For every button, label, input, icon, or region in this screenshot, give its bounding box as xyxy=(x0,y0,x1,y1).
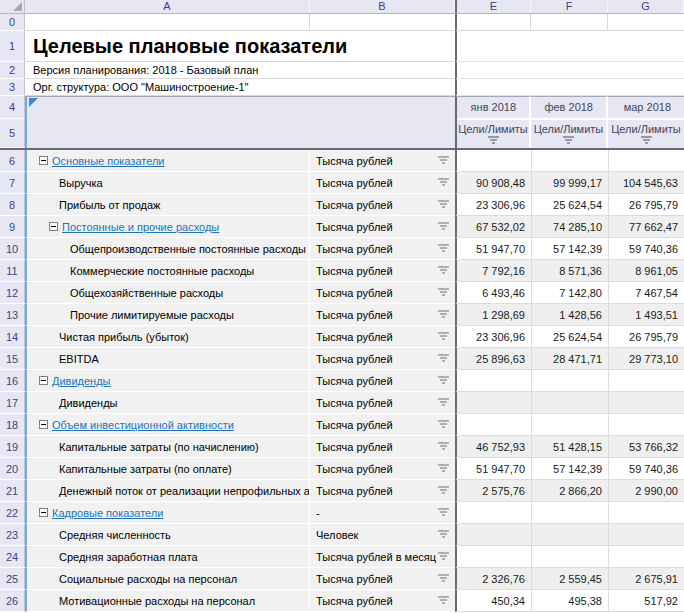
value-cell[interactable] xyxy=(531,150,608,172)
value-cell[interactable]: 51 947,70 xyxy=(455,238,531,260)
unit-cell[interactable]: Тысяча рублей xyxy=(310,414,455,436)
filter-icon[interactable] xyxy=(438,530,449,538)
row-header[interactable]: 24 xyxy=(0,546,25,568)
column-header-g[interactable]: G xyxy=(608,0,684,13)
value-cell[interactable]: 2 575,76 xyxy=(455,480,531,502)
row-header-5[interactable]: 5 xyxy=(0,119,25,148)
crosstab-anchor-cell[interactable] xyxy=(25,96,455,148)
value-cell[interactable]: 7 142,80 xyxy=(531,282,608,304)
row-header[interactable]: 17 xyxy=(0,392,25,414)
row-header-0[interactable]: 0 xyxy=(0,14,25,31)
value-cell[interactable]: 7 792,16 xyxy=(455,260,531,282)
indicator-cell[interactable]: Выручка xyxy=(25,172,310,194)
indicator-cell[interactable]: Средняя численность xyxy=(25,524,310,546)
value-cell[interactable]: 59 740,36 xyxy=(608,458,684,480)
row-header[interactable]: 8 xyxy=(0,194,25,216)
value-cell[interactable]: 1 493,51 xyxy=(608,304,684,326)
value-cell[interactable] xyxy=(455,502,531,524)
filter-icon[interactable] xyxy=(438,508,449,516)
filter-icon[interactable] xyxy=(438,464,449,472)
row-header-2[interactable]: 2 xyxy=(0,62,25,79)
value-cell[interactable] xyxy=(608,414,684,436)
row-header-1[interactable]: 1 xyxy=(0,31,25,62)
value-cell[interactable]: 104 545,63 xyxy=(608,172,684,194)
unit-cell[interactable]: - xyxy=(310,502,455,524)
value-cell[interactable]: 46 752,93 xyxy=(455,436,531,458)
value-cell[interactable]: 25 624,54 xyxy=(531,194,608,216)
row-header[interactable]: 12 xyxy=(0,282,25,304)
filter-icon[interactable] xyxy=(438,398,449,406)
unit-cell[interactable]: Тысяча рублей в месяц xyxy=(310,546,455,568)
column-header-a[interactable]: A xyxy=(25,0,310,13)
indicator-cell[interactable]: Капитальные затраты (по оплате) xyxy=(25,458,310,480)
org-structure-cell[interactable]: Орг. структура: ООО "Машиностроение-1" xyxy=(25,79,455,96)
indicator-cell[interactable]: Социальные расходы на персонал xyxy=(25,568,310,590)
row-header[interactable]: 26 xyxy=(0,590,25,612)
value-cell[interactable]: 450,34 xyxy=(455,590,531,612)
empty-cell-f0[interactable] xyxy=(531,14,608,31)
empty-cell-e0[interactable] xyxy=(455,14,531,31)
measure-header-jan[interactable]: Цели/Лимиты xyxy=(457,120,529,148)
measure-header-mar[interactable]: Цели/Лимиты xyxy=(608,120,684,148)
indicator-cell[interactable]: EBITDA xyxy=(25,348,310,370)
row-header[interactable]: 19 xyxy=(0,436,25,458)
filter-icon[interactable] xyxy=(438,200,449,208)
value-cell[interactable] xyxy=(531,392,608,414)
unit-cell[interactable]: Тысяча рублей xyxy=(310,436,455,458)
indicator-cell[interactable]: Чистая прибыль (убыток) xyxy=(25,326,310,348)
value-cell[interactable] xyxy=(455,414,531,436)
indicator-cell[interactable]: Постоянные и прочие расходы xyxy=(25,216,310,238)
value-cell[interactable] xyxy=(455,392,531,414)
value-cell[interactable]: 23 306,96 xyxy=(455,326,531,348)
filter-icon[interactable] xyxy=(438,486,449,494)
collapse-icon[interactable] xyxy=(39,376,48,385)
value-cell[interactable] xyxy=(608,370,684,392)
value-cell[interactable]: 6 493,46 xyxy=(455,282,531,304)
unit-cell[interactable]: Тысяча рублей xyxy=(310,304,455,326)
filter-icon[interactable] xyxy=(438,244,449,252)
value-cell[interactable]: 1 428,56 xyxy=(531,304,608,326)
month-header-mar[interactable]: мар 2018 xyxy=(608,97,684,120)
unit-cell[interactable]: Тысяча рублей xyxy=(310,326,455,348)
value-cell[interactable]: 59 740,36 xyxy=(608,238,684,260)
row-header[interactable]: 16 xyxy=(0,370,25,392)
filter-icon[interactable] xyxy=(438,354,449,362)
filter-icon[interactable] xyxy=(438,420,449,428)
value-cell[interactable] xyxy=(531,502,608,524)
unit-cell[interactable]: Тысяча рублей xyxy=(310,392,455,414)
value-cell[interactable]: 26 795,79 xyxy=(608,194,684,216)
value-cell[interactable]: 51 947,70 xyxy=(455,458,531,480)
value-cell[interactable]: 29 773,10 xyxy=(608,348,684,370)
indicator-cell[interactable]: Общехозяйственные расходы xyxy=(25,282,310,304)
month-header-jan[interactable]: янв 2018 xyxy=(457,97,529,120)
indicator-cell[interactable]: Общепроизводственные постоянные расходы xyxy=(25,238,310,260)
filter-icon[interactable] xyxy=(438,288,449,296)
unit-cell[interactable]: Тысяча рублей xyxy=(310,282,455,304)
value-cell[interactable]: 2 866,20 xyxy=(531,480,608,502)
filter-icon[interactable] xyxy=(438,442,449,450)
unit-cell[interactable]: Тысяча рублей xyxy=(310,590,455,612)
row-header[interactable]: 25 xyxy=(0,568,25,590)
unit-cell[interactable]: Тысяча рублей xyxy=(310,172,455,194)
value-cell[interactable]: 74 285,10 xyxy=(531,216,608,238)
value-cell[interactable]: 8 961,05 xyxy=(608,260,684,282)
filter-icon[interactable] xyxy=(438,222,449,230)
empty-cell-g0[interactable] xyxy=(608,14,684,31)
value-cell[interactable]: 8 571,36 xyxy=(531,260,608,282)
column-header-e[interactable]: E xyxy=(455,0,531,13)
collapse-icon[interactable] xyxy=(39,420,48,429)
measure-header-feb[interactable]: Цели/Лимиты xyxy=(531,120,606,148)
value-cell[interactable]: 495,38 xyxy=(531,590,608,612)
column-header-f[interactable]: F xyxy=(531,0,608,13)
indicator-cell[interactable]: Денежный поток от реализации непрофильны… xyxy=(25,480,310,502)
value-cell[interactable]: 2 326,76 xyxy=(455,568,531,590)
indicator-cell[interactable]: Основные показатели xyxy=(25,150,310,172)
value-cell[interactable]: 51 428,15 xyxy=(531,436,608,458)
filter-icon[interactable] xyxy=(438,376,449,384)
filter-icon[interactable] xyxy=(641,136,652,144)
value-cell[interactable]: 26 795,79 xyxy=(608,326,684,348)
select-all-corner[interactable] xyxy=(0,0,25,13)
unit-cell[interactable]: Тысяча рублей xyxy=(310,216,455,238)
value-cell[interactable]: 2 675,91 xyxy=(608,568,684,590)
row-header[interactable]: 22 xyxy=(0,502,25,524)
